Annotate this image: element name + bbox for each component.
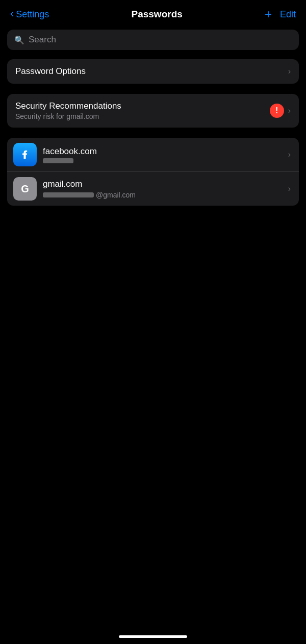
gmail-redacted-username — [43, 192, 94, 197]
facebook-redacted-username — [43, 158, 73, 163]
gmail-app-icon: G — [13, 177, 37, 201]
exclamation-mark: ! — [275, 106, 278, 115]
security-right: ! › — [270, 104, 291, 118]
back-label: Settings — [16, 9, 49, 20]
nav-actions: + Edit — [265, 8, 296, 20]
edit-button[interactable]: Edit — [280, 9, 296, 20]
password-item-gmail[interactable]: G gmail.com @gmail.com › — [7, 171, 299, 206]
back-button[interactable]: ‹ Settings — [10, 9, 49, 20]
security-subtitle: Security risk for gmail.com — [15, 112, 270, 120]
facebook-site: facebook.com — [43, 146, 282, 157]
password-options-card: Password Options › — [7, 59, 299, 84]
password-options-label: Password Options — [15, 66, 86, 77]
chevron-right-icon: › — [288, 184, 291, 193]
security-recommendations-card: Security Recommendations Security risk f… — [7, 94, 299, 128]
password-options-item[interactable]: Password Options › — [7, 59, 299, 84]
facebook-password-info: facebook.com — [43, 146, 282, 163]
facebook-username — [43, 158, 282, 163]
security-recommendations-item[interactable]: Security Recommendations Security risk f… — [7, 94, 299, 128]
search-icon: 🔍 — [14, 35, 24, 45]
password-options-section: Password Options › — [0, 54, 306, 89]
page-title: Passwords — [132, 9, 183, 20]
gmail-site: gmail.com — [43, 179, 282, 189]
security-title: Security Recommendations — [15, 101, 270, 111]
chevron-right-icon: › — [288, 106, 291, 115]
warning-icon: ! — [270, 104, 284, 118]
chevron-right-icon: › — [288, 67, 291, 76]
security-content: Security Recommendations Security risk f… — [15, 101, 270, 120]
search-placeholder: Search — [29, 35, 56, 45]
password-item-facebook[interactable]: facebook.com › — [7, 138, 299, 171]
security-recommendations-section: Security Recommendations Security risk f… — [0, 89, 306, 133]
passwords-list-section: facebook.com › G gmail.com @gmail.com › — [0, 133, 306, 211]
search-bar[interactable]: 🔍 Search — [7, 30, 299, 50]
gmail-password-info: gmail.com @gmail.com — [43, 179, 282, 199]
gmail-email-suffix: @gmail.com — [96, 191, 136, 199]
nav-bar: ‹ Settings Passwords + Edit — [0, 0, 306, 26]
facebook-app-icon — [13, 143, 37, 166]
chevron-right-icon: › — [288, 150, 291, 159]
chevron-left-icon: ‹ — [10, 8, 14, 19]
search-container: 🔍 Search — [0, 26, 306, 54]
add-button[interactable]: + — [265, 8, 272, 20]
home-indicator — [119, 635, 187, 638]
passwords-list-card: facebook.com › G gmail.com @gmail.com › — [7, 138, 299, 206]
gmail-username: @gmail.com — [43, 191, 282, 199]
